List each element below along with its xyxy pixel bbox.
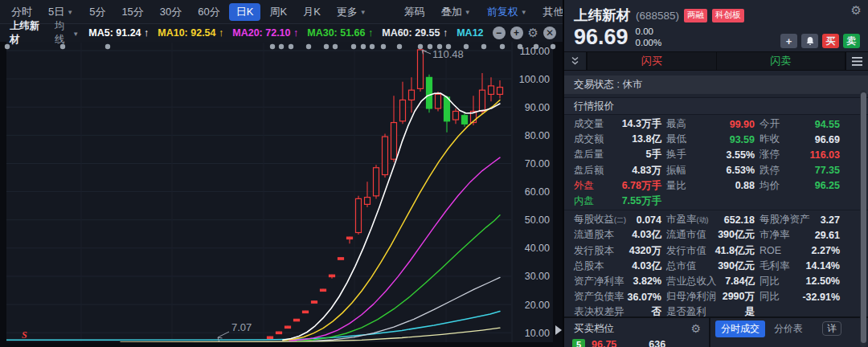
- level-price: 96.75: [592, 339, 616, 347]
- event-dot: [333, 44, 338, 49]
- candle-body: [436, 94, 441, 108]
- candle-body: [383, 137, 388, 174]
- event-dot: [481, 44, 486, 49]
- toolbar-item-60分[interactable]: 60分: [190, 3, 227, 21]
- candle-body: [356, 198, 362, 232]
- candle-body: [276, 332, 282, 333]
- zoom-in-icon[interactable]: +: [510, 27, 523, 39]
- y-axis-label: 60.00: [525, 186, 550, 198]
- ma-entry-MA20: MA20: 72.10 ↑: [232, 27, 298, 39]
- stock-name: 上纬新材: [574, 6, 630, 25]
- event-dot: [370, 44, 375, 49]
- ask-level-row[interactable]: 5 96.75 636: [564, 339, 868, 347]
- order-book-header: 买卖档位 ⚙: [564, 318, 709, 339]
- close-indicator-icon[interactable]: ✕: [543, 27, 556, 39]
- quote-header: 上纬新材 (688585) 两融科创板 ⚙ 96.69 0.000.00% + …: [564, 0, 868, 50]
- candle-body: [400, 100, 406, 120]
- ma-entry-MA12: MA12: [457, 27, 483, 39]
- collapse-chevrons-icon[interactable]: [564, 52, 586, 70]
- candle-body: [294, 319, 300, 320]
- quote-pair-振幅: 振幅6.53%: [666, 163, 755, 178]
- toolbar-item-周K[interactable]: 周K: [262, 3, 294, 21]
- y-axis-label: 20.00: [525, 300, 550, 311]
- y-axis-label: 80.00: [525, 130, 550, 141]
- candle-body: [338, 258, 344, 259]
- quote-pair-总股本: 总股本4.03亿: [574, 259, 661, 274]
- alert-bell-button[interactable]: [801, 34, 818, 48]
- ma-entry-MA5: MA5: 91.24 ↑: [88, 27, 149, 39]
- quote-pair-市盈率: 市盈率(动)652.18: [666, 212, 755, 227]
- quote-pair-内盘: 内盘7.55万手: [574, 194, 661, 209]
- quote-pair-成交额: 成交额13.8亿: [574, 132, 661, 147]
- toolbar-item-叠加[interactable]: 叠加▼: [434, 3, 478, 21]
- y-axis-label: 50.00: [525, 214, 550, 226]
- panel-settings-icon[interactable]: ⚙: [851, 5, 862, 17]
- toolbar-item-前复权[interactable]: 前复权▼: [480, 3, 534, 21]
- quote-pair-归母净利润: 归母净利润2990万: [666, 289, 755, 304]
- quote-pair-换手: 换手3.55%: [666, 147, 755, 162]
- toolbar-item-15分[interactable]: 15分: [114, 3, 150, 21]
- quote-pair-成交量: 成交量14.3万手: [574, 116, 661, 132]
- sell-button[interactable]: 卖: [843, 34, 860, 48]
- event-dot: [60, 44, 65, 49]
- tab-分时成交[interactable]: 分时成交: [715, 320, 765, 337]
- toolbar-item-筹码[interactable]: 筹码: [397, 3, 432, 21]
- sell-marker: S: [22, 329, 27, 341]
- toolbar-item-更多[interactable]: 更多▼: [330, 3, 374, 21]
- event-dot: [5, 44, 10, 49]
- toolbar-item-30分[interactable]: 30分: [153, 3, 189, 21]
- event-dot: [464, 44, 469, 49]
- toolbar-items: 分时5日▼5分15分30分60分日K周K月K更多▼筹码叠加▼前复权▼其他▼: [3, 3, 581, 21]
- quote-pair-涨停: 涨停116.03: [760, 147, 840, 162]
- quote-pair-ROE: ROE2.27%: [760, 243, 840, 259]
- quote-grid: 成交量14.3万手最高99.90今开94.55成交额13.8亿最低93.59昨收…: [564, 115, 868, 209]
- zoom-out-icon[interactable]: −: [493, 27, 506, 39]
- toolbar-item-分时[interactable]: 分时: [4, 3, 39, 21]
- flash-buy-button[interactable]: 闪买: [586, 52, 717, 70]
- price-annotation: 110.48: [432, 48, 464, 60]
- detail-button[interactable]: 详: [822, 321, 841, 336]
- scrollbar-thumb[interactable]: [861, 92, 866, 343]
- indicator-settings-icon[interactable]: ⚙: [528, 27, 538, 39]
- toolbar-item-月K[interactable]: 月K: [296, 3, 328, 21]
- tab-分价表[interactable]: 分价表: [768, 320, 809, 337]
- candle-body: [418, 50, 424, 88]
- quote-pair-盘后额: 盘后额4.83万: [574, 163, 661, 178]
- stock-badges: 两融科创板: [679, 9, 744, 22]
- event-dot: [551, 44, 555, 49]
- quote-pair-每股净资产: 每股净资产3.27: [760, 212, 840, 227]
- menu-hamburger-icon[interactable]: [846, 52, 868, 70]
- toolbar-item-5分[interactable]: 5分: [82, 3, 113, 21]
- candle-body: [365, 198, 371, 205]
- quote-panel: 上纬新材 (688585) 两融科创板 ⚙ 96.69 0.000.00% + …: [563, 0, 868, 347]
- order-book-section: 买卖档位 ⚙ 分时成交分价表 详 5 96.75 636: [564, 316, 868, 347]
- chart-toolbar: 分时5日▼5分15分30分60分日K周K月K更多▼筹码叠加▼前复权▼其他▼: [0, 0, 563, 24]
- quote-section-title: 行情报价: [564, 97, 868, 115]
- candle-body: [427, 77, 432, 108]
- event-dot: [324, 44, 329, 49]
- quote-pair-资产负债率: 资产负债率36.07%: [574, 289, 661, 304]
- quote-pair-同比: 同比12.50%: [760, 274, 840, 289]
- event-dot: [279, 44, 284, 49]
- ma-entry-MA60: MA60: 29.55 ↑: [382, 27, 448, 39]
- order-book-title: 买卖档位: [574, 322, 614, 336]
- flash-sell-button[interactable]: 闪卖: [717, 52, 847, 70]
- quote-pair-流通市值: 流通市值390亿元: [666, 227, 755, 243]
- quote-pair-盘后量: 盘后量5手: [574, 147, 661, 162]
- left-gutter: [0, 42, 6, 347]
- level-badge: 5: [572, 339, 585, 347]
- add-to-watchlist-button[interactable]: +: [780, 34, 797, 48]
- candle-body: [312, 301, 317, 303]
- event-dot: [306, 44, 311, 49]
- quote-pair-市净率: 市净率29.61: [760, 227, 840, 243]
- ma-entry-MA10: MA10: 92.54 ↑: [158, 27, 223, 39]
- ma-bar-icons: − + ⚙ ✕: [493, 27, 563, 39]
- buy-button[interactable]: 买: [822, 34, 839, 48]
- order-book-settings-icon[interactable]: ⚙: [690, 323, 701, 334]
- toolbar-item-日K[interactable]: 日K: [229, 3, 261, 21]
- candle-body: [489, 86, 494, 95]
- event-dot: [397, 44, 402, 49]
- panel-scrollbar[interactable]: [860, 90, 866, 347]
- toolbar-item-5日[interactable]: 5日▼: [41, 3, 80, 21]
- kline-chart[interactable]: 110.00100.0090.0080.0070.0060.0050.0040.…: [0, 42, 563, 347]
